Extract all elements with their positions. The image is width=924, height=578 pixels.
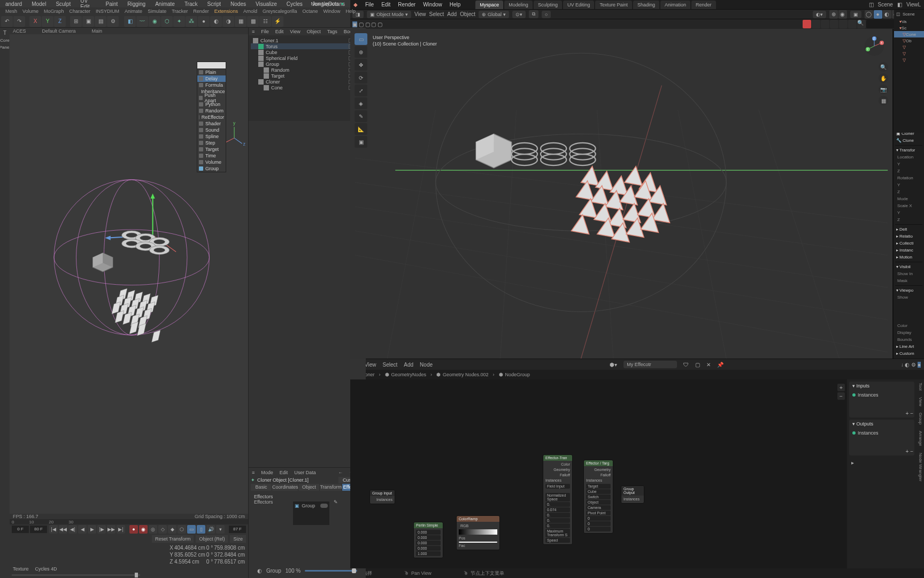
key4-icon[interactable]: ⬡ — [178, 525, 186, 534]
cube-icon[interactable]: ◧ — [124, 16, 136, 27]
outliner-item[interactable]: Sc — [902, 26, 906, 31]
prop-display[interactable]: Display — [895, 329, 922, 336]
proportional-toggle[interactable]: ○ — [542, 11, 551, 18]
crumb[interactable]: ⬢Geometry Nodes.002 — [436, 372, 489, 377]
slider-value[interactable]: 100 % — [286, 568, 301, 574]
next-key-icon[interactable]: ▶▶ — [107, 525, 116, 534]
workspace-tab[interactable]: Modeling — [504, 1, 533, 9]
workspace-tab[interactable]: Texture Paint — [595, 1, 632, 9]
socket[interactable]: Falloff — [560, 473, 570, 478]
modifier-name[interactable]: Clone — [903, 138, 914, 143]
prop-y[interactable]: Y — [895, 161, 922, 168]
tool6-icon[interactable]: ⚡ — [272, 16, 283, 27]
vtab-group[interactable]: Group — [917, 409, 924, 428]
prop-ry[interactable]: Y — [895, 181, 922, 188]
field[interactable]: Target — [586, 484, 611, 489]
wireframe-shading-icon[interactable]: ◯ — [865, 10, 873, 19]
menu-item[interactable]: Sculpt — [56, 1, 71, 7]
prop-mask[interactable]: Mask — [895, 277, 922, 284]
attr-mode[interactable]: Mode — [261, 470, 273, 475]
section-instancing[interactable]: ▸ Instanc — [895, 247, 922, 254]
frame-start[interactable]: 0 F — [12, 526, 29, 533]
attr-edit[interactable]: Edit — [280, 470, 288, 475]
ne-view[interactable]: View — [365, 362, 376, 368]
shade-icon[interactable] — [848, 20, 857, 28]
prop-color[interactable]: Color — [895, 322, 922, 329]
ctx-target[interactable]: Target — [197, 146, 226, 153]
visibility-dropdown[interactable]: ◐▾ — [813, 11, 826, 18]
autokey-button[interactable]: ◉ — [139, 525, 148, 534]
prop-rz[interactable]: Z — [895, 188, 922, 195]
scale-y[interactable]: 372.8484 cm — [214, 552, 245, 558]
ctx-random[interactable]: Random — [197, 108, 226, 114]
key5-icon[interactable]: ▭ — [187, 525, 196, 534]
ctx-shader[interactable]: Shader — [197, 120, 226, 127]
remove-socket-icon[interactable]: − — [910, 448, 913, 454]
timeline-ruler[interactable]: 0 10 20 30 — [10, 519, 248, 524]
spline-icon[interactable]: 〰 — [136, 16, 148, 27]
new-icon[interactable]: ▢ — [695, 362, 700, 368]
inputs-header[interactable]: ▾ Inputs — [849, 382, 914, 390]
ctx-time[interactable]: Time — [197, 153, 226, 159]
crumb[interactable]: ⬢NodeGroup — [499, 372, 530, 377]
field[interactable]: Object — [586, 500, 611, 505]
solid-shading-icon[interactable]: ● — [874, 10, 882, 19]
pos-y[interactable]: 835.6052 cm — [174, 552, 205, 558]
field[interactable]: Pivot Point — [586, 511, 611, 515]
shade-icon[interactable] — [821, 20, 829, 28]
prop-z[interactable]: Z — [895, 168, 922, 174]
rot-y[interactable]: 0 ° — [206, 552, 213, 558]
workspace-tab[interactable]: UV Editing — [563, 1, 595, 9]
marker-icon[interactable]: ▾ — [216, 525, 225, 534]
outliner-item[interactable]: Va — [902, 19, 906, 24]
vtab-arrange[interactable]: Arrange — [917, 428, 924, 449]
socket[interactable]: Falloff — [600, 473, 611, 478]
tab-object[interactable]: Object — [298, 484, 320, 491]
workspace-tab[interactable]: Sculpting — [534, 1, 562, 9]
menu-icon[interactable]: ≡ — [252, 29, 255, 34]
remove-socket-icon[interactable]: − — [910, 410, 913, 416]
field[interactable]: 0. — [545, 523, 570, 528]
add-socket-icon[interactable]: + — [906, 448, 909, 454]
menu-item[interactable]: Extensions — [214, 9, 238, 14]
prop-rotation[interactable]: Rotation — [895, 174, 922, 181]
socket-in[interactable]: Fac — [459, 543, 465, 549]
tool-icon[interactable]: ◐ — [210, 16, 222, 27]
field[interactable]: 0 — [586, 527, 611, 531]
socket[interactable]: Instances — [545, 478, 561, 483]
section-visibility[interactable]: ▾ Visibil — [895, 263, 922, 270]
menu-item[interactable]: Animate — [125, 9, 142, 14]
axis-z-icon[interactable]: Z — [54, 16, 66, 27]
matprev-shading-icon[interactable]: ◐ — [883, 10, 891, 19]
menu-file[interactable]: File — [365, 2, 374, 7]
t-label[interactable]: T — [3, 30, 6, 36]
c4d-outliner[interactable]: Cloner.1TorusCubeSpherical FieldGroupRan… — [249, 35, 366, 121]
prop-location[interactable]: Location — [895, 154, 922, 161]
vtab-nodewrangler[interactable]: Node Wrangler — [917, 450, 924, 485]
menu-item[interactable]: Greyscalegorilla — [263, 9, 297, 14]
field[interactable]: 0.000 — [416, 541, 441, 545]
sound-icon[interactable]: 🔊 — [206, 525, 215, 534]
pos-z[interactable]: 4.5954 cm — [174, 559, 205, 565]
key6-icon[interactable]: ▯ — [197, 525, 205, 534]
redo-icon[interactable]: ↷ — [13, 16, 25, 27]
panel-label[interactable]: Panel — [0, 45, 10, 50]
field[interactable]: 0.000 — [416, 535, 441, 540]
crumb[interactable]: ⬢GeometryNodes — [385, 372, 427, 377]
field[interactable]: Normalized Space — [545, 493, 570, 501]
prop-bounds[interactable]: Bounds — [895, 336, 922, 343]
tool5-icon[interactable]: ☷ — [259, 16, 271, 27]
prop-sy[interactable]: Y — [895, 209, 922, 216]
snap-icon[interactable]: ⊞ — [70, 16, 82, 27]
axis-y-icon[interactable]: Y — [42, 16, 53, 27]
field[interactable]: 0.000 — [416, 546, 441, 551]
node-effector-targ[interactable]: Effector / Targ Geometry Falloff Instanc… — [583, 460, 613, 534]
ne-tool-icon[interactable]: ● — [918, 362, 921, 368]
socket-row[interactable]: Instances — [852, 392, 911, 398]
outliner-row[interactable]: Spherical Field — [251, 55, 364, 61]
camera-label[interactable]: Default Camera — [42, 28, 76, 34]
menu-item[interactable]: View — [290, 29, 300, 34]
header-object[interactable]: Object — [460, 11, 475, 17]
texture-tab[interactable]: Texture — [13, 566, 29, 572]
menu-item[interactable]: Help — [345, 9, 356, 14]
